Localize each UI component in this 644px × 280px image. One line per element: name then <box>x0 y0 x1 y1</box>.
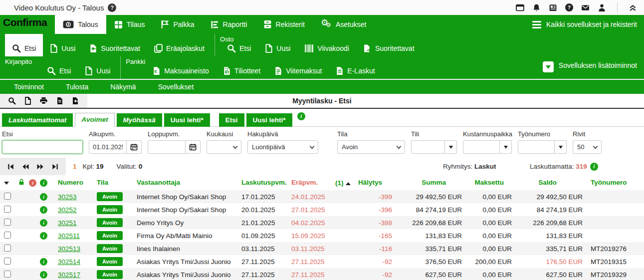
col-laskutuspvm[interactable]: Laskutuspvm. <box>237 175 287 190</box>
last-page-icon[interactable] <box>51 163 59 170</box>
end-date-input[interactable] <box>148 140 186 154</box>
user-icon[interactable] <box>598 3 606 12</box>
tab-myohassa[interactable]: Myöhässä <box>117 113 162 127</box>
col-vastaanottaja[interactable]: Vastaanottaja <box>133 175 237 190</box>
col-sort[interactable]: (1) <box>334 175 354 190</box>
osto-uusi-button[interactable]: Uusi <box>258 42 297 55</box>
myynti-suoritettavat-button[interactable]: Suoritettavat <box>82 42 147 55</box>
table-row[interactable]: 302514 Avoin Asiakas Yritys Tmi/Jussi Ju… <box>0 255 644 268</box>
kirjanpito-etsi-button[interactable]: Etsi <box>40 64 78 77</box>
table-row[interactable]: 30253 Avoin Internet Shop Oy/Sakari Shop… <box>0 190 644 203</box>
tabs-info-icon[interactable] <box>297 112 305 120</box>
app-extra-actions-button[interactable]: Sovelluksen lisätoiminnot <box>543 56 644 79</box>
invoice-number-link[interactable]: 302513 <box>58 245 80 253</box>
news-icon[interactable] <box>549 3 557 12</box>
row-checkbox[interactable] <box>4 206 11 213</box>
table-row[interactable]: 30251 Avoin Demo Yritys Oy 21.01.2025 04… <box>0 216 644 229</box>
combo-dropdown-icon[interactable] <box>555 140 567 154</box>
kirjanpito-uusi-button[interactable]: Uusi <box>78 64 117 77</box>
info-icon[interactable] <box>40 179 47 187</box>
row-checkbox[interactable] <box>4 258 11 265</box>
tab-laskuttamattomat[interactable]: Laskuttamattomat <box>2 113 73 127</box>
row-checkbox[interactable] <box>4 193 11 200</box>
account-combo[interactable] <box>411 140 457 154</box>
col-maksettu[interactable]: Maksettu <box>466 175 516 190</box>
menu-nakyma[interactable]: Näkymä <box>110 83 136 91</box>
search-date-select[interactable]: Luontipäivä <box>247 140 318 154</box>
row-info-icon[interactable] <box>40 271 47 279</box>
collapse-chevrons-icon[interactable] <box>629 3 637 12</box>
document-icon[interactable] <box>55 97 64 105</box>
rows-per-page-select[interactable]: 50 <box>573 140 602 154</box>
combo-dropdown-icon[interactable] <box>500 140 512 154</box>
month-select[interactable] <box>207 140 241 154</box>
tab-uusi-lehti-1[interactable]: Uusi lehti* <box>164 113 210 127</box>
combo-dropdown-icon[interactable] <box>445 140 457 154</box>
new-document-icon[interactable] <box>23 97 32 105</box>
table-row[interactable]: 302513 Avoin Iines Ihalainen 03.11.2025 … <box>0 242 644 255</box>
pankki-elaskut-button[interactable]: E-Laskut <box>329 64 382 77</box>
document-export-icon[interactable] <box>71 97 80 105</box>
col-numero[interactable]: Numero <box>54 175 93 190</box>
table-row[interactable]: 302517 Avoin Asiakas Yritys Tmi/Jussi Ju… <box>0 268 644 280</box>
print-icon[interactable] <box>39 97 48 105</box>
pankki-maksuaineisto-button[interactable]: € Maksuaineisto <box>146 64 216 77</box>
cost-center-combo[interactable] <box>463 140 512 154</box>
invoice-number-link[interactable]: 302517 <box>58 271 80 279</box>
col-erapvm[interactable]: Eräpvm. <box>287 175 334 190</box>
calendar-icon[interactable] <box>186 140 201 154</box>
confirma-logo[interactable]: Confirma <box>0 15 55 34</box>
myynti-uusi-button[interactable]: Uusi <box>43 42 82 55</box>
nav-tab-palkka[interactable]: Palkka <box>153 15 202 34</box>
lock-icon[interactable] <box>18 178 25 186</box>
table-row[interactable]: 30252 Avoin Internet Shop Oy/Sakari Shop… <box>0 203 644 216</box>
nav-tab-talous[interactable]: Talous <box>55 15 106 34</box>
alert-info-icon[interactable] <box>29 179 36 187</box>
menu-sovellukset[interactable]: Sovellukset <box>158 83 194 91</box>
notifications-bell-icon[interactable] <box>532 3 541 12</box>
row-info-icon[interactable] <box>40 258 47 266</box>
row-checkbox[interactable] <box>4 219 11 226</box>
table-row[interactable]: 302511 Avoin Firma Oy Ab/Matti Mainio 01… <box>0 229 644 242</box>
help-icon[interactable] <box>565 3 573 11</box>
current-page[interactable]: 1 <box>73 163 77 170</box>
nav-tab-tilaus[interactable]: Tilaus <box>106 15 153 34</box>
row-checkbox[interactable] <box>4 271 11 278</box>
pankki-viitemaksut-button[interactable]: Viitemaksut <box>267 64 329 77</box>
row-checkbox[interactable] <box>4 245 11 252</box>
row-info-icon[interactable] <box>40 206 47 214</box>
tab-etsi[interactable]: Etsi <box>219 113 244 127</box>
company-help-icon[interactable] <box>108 3 116 12</box>
col-tyonumero[interactable]: Työnumero <box>587 175 644 190</box>
mail-icon[interactable] <box>581 3 590 12</box>
search-icon[interactable] <box>7 97 16 105</box>
row-info-icon[interactable] <box>40 193 47 201</box>
invoice-number-link[interactable]: 30251 <box>58 219 77 227</box>
menu-toiminnot[interactable]: Toiminnot <box>14 83 44 91</box>
col-saldo[interactable]: Saldo <box>516 175 587 190</box>
osto-suoritettavat-button[interactable]: Suoritettavat <box>356 42 422 55</box>
row-info-icon[interactable] <box>40 219 47 227</box>
osto-viivakoodi-button[interactable]: Viivakoodi <box>297 42 356 55</box>
status-select[interactable]: Avoin <box>337 140 405 154</box>
col-summa[interactable]: Summa <box>396 175 466 190</box>
nav-tab-raportti[interactable]: Raportti <box>203 15 255 34</box>
calendar-icon[interactable] <box>127 140 142 154</box>
start-date-input[interactable] <box>89 140 127 154</box>
prev-page-icon[interactable] <box>21 163 29 170</box>
invoice-number-link[interactable]: 302511 <box>58 232 80 240</box>
work-number-combo[interactable] <box>518 140 567 154</box>
invoice-number-link[interactable]: 30253 <box>58 193 77 201</box>
osto-etsi-button[interactable]: Etsi <box>220 42 258 55</box>
menu-tulosta[interactable]: Tulosta <box>66 83 88 91</box>
next-page-icon[interactable] <box>36 163 44 170</box>
select-filter-caret-icon[interactable] <box>4 182 9 185</box>
invoice-number-link[interactable]: 30252 <box>58 206 77 214</box>
invoice-number-link[interactable]: 302514 <box>58 258 80 266</box>
all-apps-button[interactable]: Kaikki sovellukset ja rekisterit <box>525 15 644 34</box>
row-info-icon[interactable] <box>40 232 47 240</box>
nav-tab-asetukset[interactable]: ⚙ ⚙ Asetukset <box>313 15 374 34</box>
search-input[interactable] <box>2 140 83 154</box>
unbilled-info-icon[interactable] <box>590 163 598 171</box>
first-page-icon[interactable] <box>7 163 14 170</box>
